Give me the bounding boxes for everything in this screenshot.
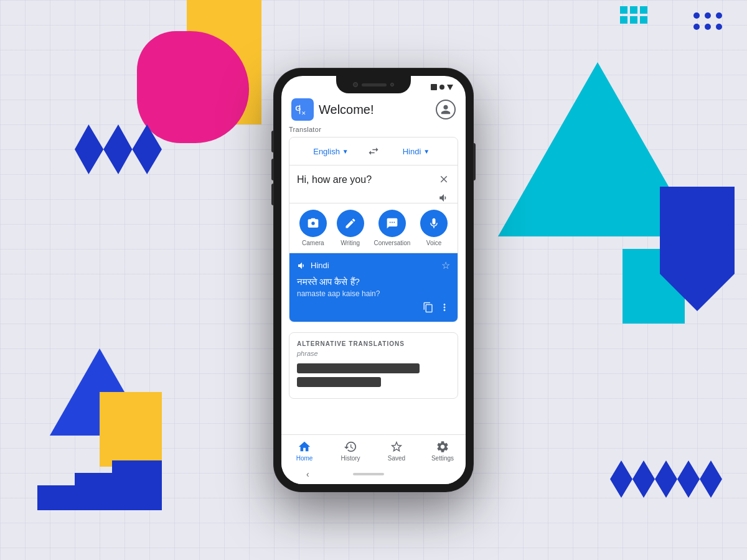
alternative-translations-card: ALTERNATIVE TRANSLATIONS phrase	[289, 332, 458, 399]
main-content: Translator English ▼	[281, 126, 466, 434]
copy-button[interactable]	[423, 302, 434, 315]
nav-settings[interactable]: Settings	[420, 435, 466, 464]
bg-shape-zigzag-left	[75, 124, 162, 174]
wifi-icon	[439, 85, 444, 90]
bg-shape-squares	[620, 6, 647, 24]
svg-rect-0	[291, 98, 314, 121]
speaker-cutout	[362, 83, 387, 86]
bg-shape-yellow-bottom	[100, 392, 162, 467]
input-text[interactable]: Hi, how are you?	[297, 173, 450, 198]
result-primary-text: नमस्ते आप कैसे हैं?	[297, 275, 450, 288]
alt-bar-2	[297, 377, 381, 387]
conversation-mode-icon	[378, 210, 406, 237]
system-bar: ‹	[281, 464, 466, 484]
source-lang-text: English	[313, 147, 340, 156]
language-selector: English ▼ Hindi ▼	[289, 138, 458, 166]
home-indicator[interactable]	[353, 473, 384, 475]
app-content: G ✕ Welcome! Translator	[281, 93, 466, 484]
app-title: Welcome!	[319, 103, 374, 117]
more-options-button[interactable]	[439, 302, 450, 315]
header-left: G ✕ Welcome!	[291, 98, 374, 121]
copy-icon	[423, 302, 434, 313]
source-lang-arrow: ▼	[342, 148, 349, 155]
mic-icon	[428, 217, 440, 230]
input-actions	[436, 172, 451, 205]
writing-mode-label: Writing	[341, 240, 360, 246]
camera-mode-button[interactable]: Camera	[299, 210, 327, 246]
phone-outer: G ✕ Welcome! Translator	[274, 68, 473, 492]
camera-mode-icon	[299, 210, 327, 237]
bg-shape-dots	[693, 12, 722, 30]
swap-icon	[367, 145, 380, 157]
phone-wrapper: G ✕ Welcome! Translator	[274, 68, 473, 492]
account-button[interactable]	[436, 100, 456, 119]
result-language: Hindi	[297, 261, 329, 271]
result-actions	[297, 302, 450, 315]
translation-result: Hindi ☆ नमस्ते आप कैसे हैं? namaste aap …	[289, 253, 458, 322]
target-lang-arrow: ▼	[423, 148, 430, 155]
alt-translations-title: ALTERNATIVE TRANSLATIONS	[297, 340, 450, 347]
source-language-button[interactable]: English ▼	[297, 147, 365, 156]
speaker-icon	[438, 192, 449, 203]
target-language-button[interactable]: Hindi ▼	[382, 147, 450, 156]
result-header: Hindi ☆	[297, 259, 450, 271]
conversation-icon	[386, 217, 398, 230]
translator-card: English ▼ Hindi ▼	[289, 137, 458, 322]
conversation-mode-label: Conversation	[374, 240, 410, 246]
nav-history-label: History	[341, 455, 360, 462]
translator-label: Translator	[289, 126, 458, 133]
writing-mode-button[interactable]: Writing	[337, 210, 364, 246]
result-lang-text: Hindi	[311, 261, 329, 270]
nav-saved-label: Saved	[388, 455, 405, 462]
battery-icon	[447, 85, 453, 90]
signal-icon	[431, 84, 437, 90]
nav-home-label: Home	[296, 455, 313, 462]
swap-languages-button[interactable]	[365, 142, 382, 160]
phone-notch	[336, 76, 411, 93]
phone-screen: G ✕ Welcome! Translator	[281, 76, 466, 484]
settings-nav-icon	[436, 440, 449, 454]
input-area: Hi, how are you?	[289, 166, 458, 203]
writing-mode-icon	[337, 210, 364, 237]
nav-home[interactable]: Home	[281, 435, 327, 464]
sensor-cutout	[390, 83, 394, 86]
camera-icon	[307, 217, 319, 230]
conversation-mode-button[interactable]: Conversation	[374, 210, 410, 246]
alt-bar-1	[297, 363, 420, 373]
camera-mode-label: Camera	[302, 240, 324, 246]
edit-icon	[344, 217, 357, 230]
mode-buttons: Camera Writing	[289, 203, 458, 253]
home-nav-icon	[298, 440, 311, 454]
voice-mode-icon	[420, 210, 448, 237]
nav-saved[interactable]: Saved	[374, 435, 420, 464]
tts-button[interactable]	[436, 190, 451, 205]
saved-nav-icon	[390, 440, 403, 454]
voice-mode-label: Voice	[426, 240, 441, 246]
target-lang-text: Hindi	[403, 147, 421, 156]
result-romanized-text: namaste aap kaise hain?	[297, 289, 450, 298]
svg-text:✕: ✕	[301, 110, 306, 116]
clear-button[interactable]	[436, 172, 451, 187]
history-nav-icon	[344, 440, 357, 454]
google-translate-logo: G ✕	[291, 98, 314, 121]
alt-translations-subtitle: phrase	[297, 350, 450, 357]
back-button[interactable]: ‹	[306, 469, 309, 479]
status-icons	[431, 84, 453, 90]
account-icon	[440, 104, 451, 115]
bottom-nav: Home History Saved	[281, 434, 466, 464]
more-vert-icon	[439, 302, 450, 313]
nav-settings-label: Settings	[431, 455, 454, 462]
close-icon	[438, 174, 449, 185]
camera-cutout	[353, 82, 358, 87]
voice-mode-button[interactable]: Voice	[420, 210, 448, 246]
app-header: G ✕ Welcome!	[281, 93, 466, 126]
nav-history[interactable]: History	[327, 435, 374, 464]
result-speaker-icon	[297, 261, 307, 271]
favorite-button[interactable]: ☆	[441, 259, 450, 271]
